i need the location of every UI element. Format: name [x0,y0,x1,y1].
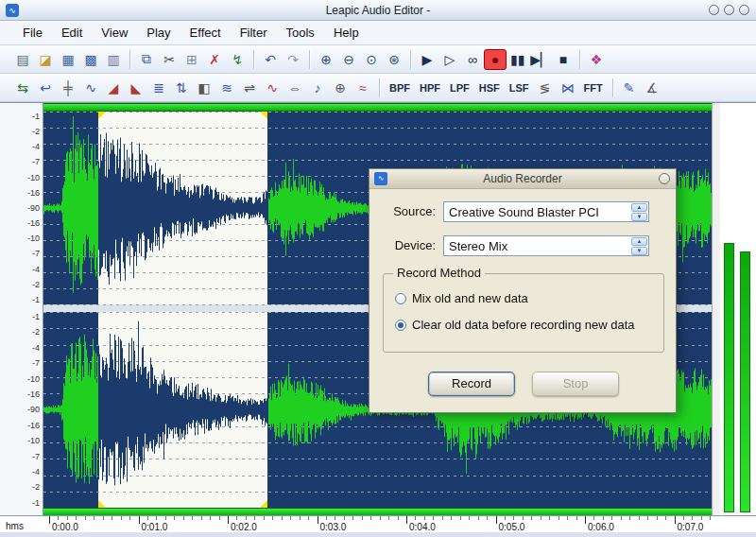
menu-tools[interactable]: Tools [277,23,324,43]
db-label: -90 [0,203,40,213]
menu-effect[interactable]: Effect [180,23,231,43]
zoom-selection-button[interactable]: ⊙ [360,49,383,70]
time-ruler-ticks[interactable]: 0:00.00:01.00:02.00:03.00:04.00:05.00:06… [43,516,712,533]
chorus-button[interactable]: ≈ [352,78,374,98]
pause-button[interactable]: ▮▮ [507,49,529,70]
insert-silence-button[interactable]: ╪ [57,78,79,98]
filter-lsf-button[interactable]: LSF [505,78,534,98]
dialog-logo-icon: ∿ [374,172,387,185]
timeline-label: 0:03.0 [320,522,347,532]
record-method-option[interactable]: Clear old data before recording new data [395,318,635,332]
toolbar-separator [612,78,613,97]
radio-icon[interactable] [395,320,406,331]
record-method-option[interactable]: Mix old and new data [395,291,528,305]
menu-filter[interactable]: Filter [231,23,277,43]
dialog-close-button[interactable] [659,173,670,184]
loop-button[interactable]: ∞ [461,49,484,70]
stop-button[interactable]: Stop [532,372,619,396]
copy-button[interactable]: ⧉ [135,49,158,70]
toolbar-separator [309,50,310,69]
open-file-button[interactable]: ◪ [34,49,57,70]
invert-button[interactable]: ⇅ [170,78,193,98]
spin-down-icon[interactable]: ▼ [631,247,647,255]
paste-button[interactable]: ⊞ [180,49,203,70]
filter-hpf-button[interactable]: HPF [415,78,445,98]
record-method-label: Record Method [393,266,485,280]
spectrum-view-button[interactable]: ∡ [641,78,663,98]
undo-button[interactable]: ↶ [259,49,282,70]
selection-marker-top-left-icon[interactable] [98,112,106,119]
save-as-button[interactable]: ▩ [79,49,102,70]
spin-up-icon[interactable]: ▲ [631,237,647,246]
spin-up-icon[interactable]: ▲ [631,203,647,212]
spin-down-icon[interactable]: ▼ [631,213,647,221]
stop-button[interactable]: ■ [552,49,575,70]
menu-bar: FileEditViewPlayEffectFilterToolsHelp [0,21,756,45]
device-combobox[interactable]: Stereo Mix ▲ ▼ [443,235,649,256]
record-button[interactable]: ● [484,49,507,70]
overview-bar-top[interactable] [43,103,712,112]
menu-view[interactable]: View [92,23,137,43]
zoom-in-button[interactable]: ⊕ [315,49,337,70]
db-label: -10 [0,374,40,384]
delete-button[interactable]: ✗ [203,49,226,70]
window-controls [709,5,749,15]
play-to-end-button[interactable]: ▶▏ [529,49,552,70]
zoom-out-button[interactable]: ⊖ [337,49,360,70]
cut-button[interactable]: ✂ [158,49,180,70]
stretch-button[interactable]: ⇔ [284,78,306,98]
source-combobox[interactable]: Creative Sound Blaster PCI ▲ ▼ [443,201,649,222]
minimize-button[interactable] [709,5,719,15]
amplify-button[interactable]: ∿ [79,78,102,98]
mix-paste-button[interactable]: ⊕ [329,78,352,98]
filter-bpf-button[interactable]: BPF [385,78,415,98]
window-title: Leapic Audio Editor - [326,4,431,17]
redo-button[interactable]: ↷ [282,49,304,70]
play-all-button[interactable]: ▷ [438,49,461,70]
edit-marker-button[interactable]: ✎ [618,78,641,98]
filter-fft-button[interactable]: FFT [579,78,608,98]
time-ruler[interactable]: hms 0:00.00:01.00:02.00:03.00:04.00:05.0… [0,515,756,532]
smooth-button[interactable]: ↩ [34,78,57,98]
toolbar-separator [410,50,411,69]
menu-play[interactable]: Play [137,23,180,43]
file-info-button[interactable]: ▥ [102,49,125,70]
close-button[interactable] [739,5,749,15]
filter-lpf-button[interactable]: LPF [445,78,474,98]
filter-hsf-button[interactable]: HSF [474,78,505,98]
pitch-button[interactable]: ♪ [306,78,329,98]
pan-button[interactable]: ◧ [193,78,215,98]
play-button[interactable]: ▶ [416,49,438,70]
swap-channels-button[interactable]: ⇆ [11,78,34,98]
selection-marker-top-right-icon[interactable] [260,112,267,119]
echo-button[interactable]: ≋ [215,78,238,98]
timeline-tick [139,516,140,524]
notch-filter-button[interactable]: ⋈ [557,78,579,98]
selection-marker-bottom-left-icon[interactable] [98,500,106,508]
timeline-tick [406,516,407,524]
menu-edit[interactable]: Edit [52,23,92,43]
normalize-button[interactable]: ≣ [147,78,170,98]
new-file-button[interactable]: ▤ [11,49,34,70]
selection-marker-bottom-right-icon[interactable] [260,500,267,508]
vibrato-button[interactable]: ∿ [261,78,284,98]
zoom-all-button[interactable]: ⊛ [383,49,405,70]
radio-label: Clear old data before recording new data [412,318,635,332]
vertical-scrollbar[interactable] [712,103,720,516]
radio-icon[interactable] [395,293,406,304]
menu-file[interactable]: File [13,23,52,43]
reverse-button[interactable]: ⇌ [238,78,261,98]
equalizer-button[interactable]: ≶ [534,78,557,98]
fade-out-button[interactable]: ◣ [125,78,147,98]
device-value: Stereo Mix [449,239,507,253]
db-label: -7 [0,249,40,258]
maximize-button[interactable] [724,5,734,15]
record-button[interactable]: Record [428,372,515,396]
timeline-label: 0:04.0 [409,522,436,532]
save-file-button[interactable]: ▦ [57,49,79,70]
menu-help[interactable]: Help [324,23,369,43]
help-button[interactable]: ❖ [585,49,608,70]
fade-in-button[interactable]: ◢ [102,78,125,98]
window-bottom-edge [0,532,756,537]
trim-button[interactable]: ↯ [226,49,249,70]
